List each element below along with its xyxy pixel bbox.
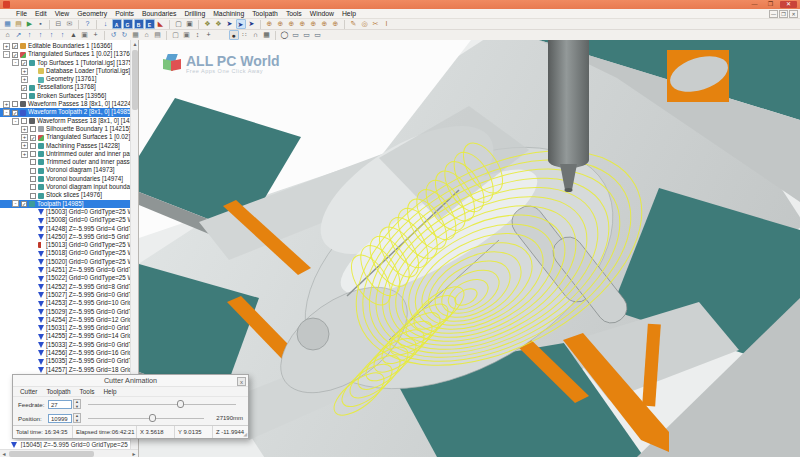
collapse-icon[interactable]: - [12, 118, 19, 125]
menu-points[interactable]: Points [111, 10, 138, 17]
menu-window[interactable]: Window [306, 10, 338, 17]
save-icon[interactable]: ▪ [36, 19, 46, 29]
scroll-up-icon[interactable]: ▲ [131, 40, 139, 48]
tree-row[interactable]: [14256] Z=-5.995 Grid=16 GridType=2 [0, 349, 130, 357]
mdi-close-button[interactable]: ✕ [789, 10, 798, 18]
tree-row[interactable]: [15008] Grid=0 GridType=25 Whole=[ [0, 216, 130, 224]
new-icon[interactable]: ▦ [3, 19, 13, 29]
capsule3-icon[interactable]: ▭ [313, 30, 323, 40]
tree-row[interactable]: Trimmed outer and inner passes [1 [0, 158, 130, 166]
tree-row[interactable]: -✓Toolpath [14985] [0, 200, 130, 208]
frame2-icon[interactable]: ▣ [182, 30, 192, 40]
tree-checkbox[interactable]: ✓ [12, 52, 18, 58]
undo-icon[interactable]: ↺ [109, 30, 119, 40]
flag-icon[interactable]: ◣ [156, 19, 166, 29]
grid-icon[interactable]: ▦ [131, 30, 141, 40]
tree-checkbox[interactable] [21, 93, 27, 99]
tree-row[interactable]: Broken Surfaces [13956] [0, 92, 130, 100]
tree-horizontal-scrollbar[interactable]: ◄ ► [0, 449, 138, 457]
collapse-icon[interactable]: - [12, 200, 19, 207]
pan-icon[interactable]: ❖ [203, 19, 213, 29]
menu-tools[interactable]: Tools [282, 10, 306, 17]
layer-g-icon[interactable]: G [123, 19, 133, 29]
tree-row[interactable]: -✓Waveform Toolpath 2 [8x1, 0] [14985] [0, 108, 130, 116]
op7-icon[interactable]: ⊕ [331, 19, 341, 29]
tree-row[interactable]: [15031] Z=-5.995 Grid=0 GridType=25 [0, 324, 130, 332]
tree-checkbox[interactable]: ✓ [12, 43, 18, 49]
expand-icon[interactable]: + [21, 76, 28, 83]
tree-row[interactable]: -✓Triangulated Surfaces 1 [0.02] [13764] [0, 50, 130, 58]
tree-row[interactable]: [15013] Grid=0 GridType=25 Whole=[ [0, 241, 130, 249]
lift1-icon[interactable]: ↑ [25, 30, 35, 40]
op1-icon[interactable]: ⊕ [265, 19, 275, 29]
tree-checkbox[interactable] [30, 176, 36, 182]
tree-row[interactable]: [15027] Z=-5.995 Grid=0 GridType=25 [0, 291, 130, 299]
expand-icon[interactable]: + [21, 134, 28, 141]
trim-icon[interactable]: ✂ [371, 19, 381, 29]
scroll-right-icon[interactable]: ► [130, 450, 138, 457]
op4-icon[interactable]: ⊕ [298, 19, 308, 29]
dots-icon[interactable]: ∷ [240, 30, 250, 40]
menu-machining[interactable]: Machining [209, 10, 248, 17]
tree-row[interactable]: [15033] Z=-5.995 Grid=0 GridType=25 [0, 341, 130, 349]
tree-row[interactable]: +Machining Passes [14228] [0, 142, 130, 150]
position-stepper[interactable]: ▲▼ [73, 413, 81, 423]
ring-icon[interactable]: ◯ [280, 30, 290, 40]
block-icon[interactable]: ▣ [80, 30, 90, 40]
redo-icon[interactable]: ↻ [120, 30, 130, 40]
tree-checkbox[interactable]: ✓ [30, 135, 36, 141]
tree-row[interactable]: +Silhouette Boundary 1 [14215] [0, 125, 130, 133]
tree-row[interactable]: [15022] Grid=0 GridType=25 Whole=[ [0, 274, 130, 282]
vertical-scroll-thumb[interactable] [132, 50, 138, 110]
mesh-icon[interactable]: ▦ [262, 30, 272, 40]
lift4-icon[interactable]: ↑ [58, 30, 68, 40]
feedrate-slider[interactable] [88, 399, 236, 409]
grab-icon[interactable]: ❖ [214, 19, 224, 29]
tree-row[interactable]: Stock slices [14976] [0, 191, 130, 199]
tree-checkbox[interactable] [30, 168, 36, 174]
help-icon[interactable]: ? [83, 19, 93, 29]
view1-icon[interactable]: ▢ [174, 19, 184, 29]
run-icon[interactable]: ▶ [25, 19, 35, 29]
target-icon[interactable]: ◎ [360, 19, 370, 29]
expand-icon[interactable]: + [21, 151, 28, 158]
tree-row[interactable]: -Waveform Passes 18 [8x1, 0] [14224] [0, 117, 130, 125]
tree-row[interactable]: +✓Triangulated Surfaces 1 [0.02] [137 [0, 133, 130, 141]
collapse-icon[interactable]: - [3, 51, 10, 58]
tree-row[interactable]: -✓Top Surfaces 1 [Tutorial.igs] [13757] [0, 59, 130, 67]
dialog-menu-help[interactable]: Help [104, 388, 117, 395]
tree-row[interactable]: [15029] Z=-5.995 Grid=0 GridType=25 [0, 308, 130, 316]
orbit2-icon[interactable]: ➤ [236, 19, 246, 29]
tree-row[interactable]: +✓Editable Boundaries 1 [16366] [0, 42, 130, 50]
dialog-menu-tools[interactable]: Tools [80, 388, 95, 395]
tree-checkbox[interactable] [30, 151, 36, 157]
scroll-left-icon[interactable]: ◄ [0, 450, 8, 457]
feedrate-input[interactable]: 27 [48, 400, 72, 409]
tree-checkbox[interactable] [12, 101, 18, 107]
op3-icon[interactable]: ⊕ [287, 19, 297, 29]
tree-checkbox[interactable] [30, 143, 36, 149]
op2-icon[interactable]: ⊕ [276, 19, 286, 29]
tree-checkbox[interactable]: ✓ [21, 85, 27, 91]
tree-row[interactable]: [15020] Grid=0 GridType=25 Whole=[ [0, 258, 130, 266]
tree-row[interactable]: Voronoi diagram [14973] [0, 166, 130, 174]
updown-icon[interactable]: ↕ [193, 30, 203, 40]
peak-icon[interactable]: ▲ [69, 30, 79, 40]
op5-icon[interactable]: ⊕ [309, 19, 319, 29]
jump-icon[interactable]: ↗ [14, 30, 24, 40]
open-icon[interactable]: ▤ [14, 19, 24, 29]
mdi-minimize-button[interactable]: — [769, 10, 778, 18]
tree-row[interactable]: +Geometry [13761] [0, 75, 130, 83]
dialog-menu-toolpath[interactable]: Toolpath [46, 388, 70, 395]
tree-row[interactable]: +Database Loader [Tutorial.igs] [19] [0, 67, 130, 75]
lift2-icon[interactable]: ↑ [36, 30, 46, 40]
tree-checkbox[interactable]: ✓ [12, 110, 18, 116]
dialog-menu-cutter[interactable]: Cutter [20, 388, 37, 395]
tree-checkbox[interactable]: ✓ [21, 60, 27, 66]
edit-icon[interactable]: ✎ [349, 19, 359, 29]
resize-grip-icon[interactable]: ◢ [243, 432, 247, 437]
plus-icon[interactable]: + [204, 30, 214, 40]
orbit3-icon[interactable]: ➤ [247, 19, 257, 29]
tree-row[interactable]: [15018] Grid=0 GridType=25 Whole=[ [0, 249, 130, 257]
menu-boundaries[interactable]: Boundaries [138, 10, 180, 17]
